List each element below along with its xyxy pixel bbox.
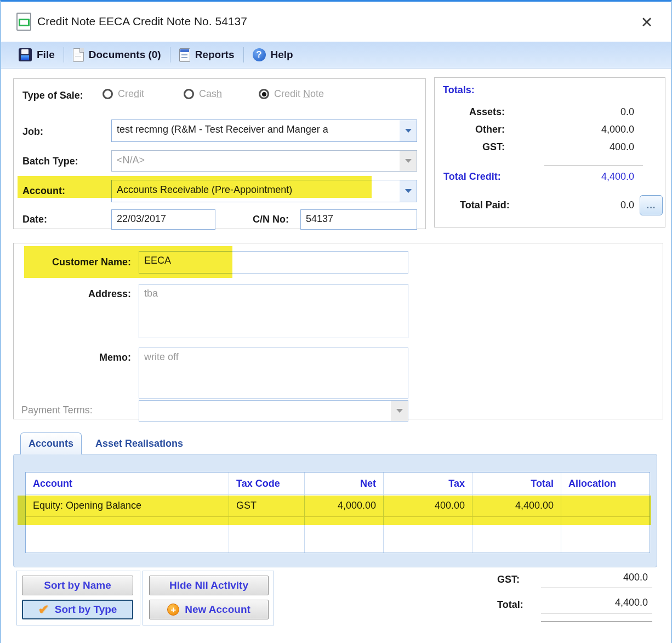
table-row[interactable]: Equity: Opening Balance GST 4,000.00 400…	[26, 495, 650, 517]
gst-total-label: GST:	[482, 141, 505, 153]
job-combobox[interactable]: test recmng (R&M - Test Receiver and Man…	[111, 120, 417, 142]
column-header-total[interactable]: Total	[472, 473, 561, 494]
batch-type-value: <N/A>	[112, 151, 400, 171]
help-menu[interactable]: ? Help	[246, 48, 300, 61]
type-of-sale-label: Type of Sale:	[22, 90, 83, 101]
customer-name-label: Customer Name:	[52, 257, 131, 268]
date-label: Date:	[22, 214, 47, 225]
payment-terms-value	[139, 401, 391, 421]
other-label: Other:	[475, 124, 505, 135]
cell-net: 4,000.00	[305, 495, 384, 516]
cell-tax-code: GST	[229, 495, 305, 516]
cell-allocation	[561, 495, 650, 516]
radio-circle-icon	[184, 89, 194, 99]
accounts-tab-panel: Account Tax Code Net Tax Total Allocatio…	[13, 454, 657, 567]
memo-field[interactable]: write off	[139, 348, 408, 399]
job-value: test recmng (R&M - Test Receiver and Man…	[112, 120, 400, 141]
account-label: Account:	[22, 185, 65, 197]
radio-credit[interactable]: Credit	[102, 88, 144, 100]
footer-total-label: Total:	[497, 599, 523, 611]
footer-total-value: 4,400.0	[541, 597, 652, 613]
total-paid-value: 0.0	[620, 200, 634, 211]
reports-menu-label: Reports	[195, 49, 235, 61]
tab-asset-realisations[interactable]: Asset Realisations	[82, 433, 197, 454]
customer-panel: Customer Name: EECA Address: tba Memo: w…	[13, 243, 663, 419]
column-header-account[interactable]: Account	[26, 473, 229, 494]
column-header-allocation[interactable]: Allocation	[561, 473, 650, 494]
radio-circle-icon	[102, 89, 113, 99]
table-empty-area	[26, 517, 650, 553]
reports-menu[interactable]: Reports	[173, 48, 241, 62]
cn-no-label: C/N No:	[253, 214, 289, 225]
window-title: Credit Note EECA Credit Note No. 54137	[37, 15, 247, 28]
column-header-tax-code[interactable]: Tax Code	[229, 473, 305, 494]
document-icon	[73, 48, 84, 62]
check-icon: ✔	[38, 603, 49, 616]
date-field[interactable]: 22/03/2017	[111, 209, 215, 230]
tab-accounts[interactable]: Accounts	[20, 433, 82, 454]
toolbar: File Documents (0) Reports ? Help	[1, 42, 671, 69]
cell-total: 4,400.00	[472, 495, 561, 516]
job-label: Job:	[22, 126, 43, 138]
close-icon[interactable]: ✕	[636, 12, 658, 33]
accounts-table: Account Tax Code Net Tax Total Allocatio…	[25, 472, 650, 553]
assets-label: Assets:	[469, 106, 505, 118]
radio-credit-note[interactable]: Credit Note	[259, 88, 324, 100]
help-menu-label: Help	[271, 49, 293, 61]
assets-value: 0.0	[620, 106, 634, 118]
totals-title: Totals:	[443, 84, 475, 96]
credit-note-window: Credit Note EECA Credit Note No. 54137 ✕…	[0, 0, 672, 643]
batch-type-label: Batch Type:	[22, 156, 78, 167]
sort-by-type-button[interactable]: ✔ Sort by Type	[22, 600, 133, 619]
plus-icon: +	[167, 604, 179, 616]
payment-terms-label: Payment Terms:	[21, 405, 93, 416]
totals-divider	[544, 166, 643, 166]
new-account-button[interactable]: + New Account	[149, 600, 269, 619]
memo-label: Memo:	[99, 352, 131, 363]
total-paid-more-button[interactable]: ...	[640, 195, 663, 215]
cell-account: Equity: Opening Balance	[26, 495, 229, 516]
toolbar-separator	[170, 47, 170, 62]
column-header-net[interactable]: Net	[305, 473, 384, 494]
total-credit-value: 4,400.0	[601, 171, 634, 183]
radio-circle-selected-icon	[259, 89, 269, 99]
footer-gst-label: GST:	[497, 574, 520, 585]
chevron-down-icon[interactable]	[400, 120, 417, 141]
documents-menu[interactable]: Documents (0)	[66, 48, 168, 62]
chevron-down-icon	[400, 151, 417, 171]
customer-name-field[interactable]: EECA	[139, 251, 408, 274]
report-icon	[179, 48, 190, 62]
credit-note-document-icon	[16, 13, 31, 31]
chevron-down-icon[interactable]	[400, 180, 417, 202]
footer-total-double-underline	[541, 621, 652, 622]
total-credit-label: Total Credit:	[443, 171, 501, 183]
file-menu-label: File	[37, 49, 55, 61]
address-field[interactable]: tba	[139, 284, 408, 338]
cn-no-field[interactable]: 54137	[300, 209, 417, 230]
radio-cash[interactable]: Cash	[184, 88, 222, 100]
documents-menu-label: Documents (0)	[89, 49, 161, 61]
cell-tax: 400.00	[384, 495, 472, 516]
address-label: Address:	[88, 288, 131, 300]
footer-gst-value: 400.0	[541, 572, 652, 588]
other-value: 4,000.0	[601, 124, 634, 135]
gst-total-value: 400.0	[610, 141, 634, 153]
column-header-tax[interactable]: Tax	[384, 473, 472, 494]
table-header-row: Account Tax Code Net Tax Total Allocatio…	[26, 473, 650, 495]
hide-nil-activity-button[interactable]: Hide Nil Activity	[149, 576, 269, 595]
toolbar-separator	[243, 47, 244, 62]
account-value: Accounts Receivable (Pre-Appointment)	[112, 180, 400, 202]
total-paid-label: Total Paid:	[460, 200, 510, 211]
sale-details-panel: Type of Sale: Credit Cash Credit Note Jo…	[13, 78, 426, 229]
toolbar-separator	[64, 47, 64, 62]
help-icon: ?	[253, 48, 266, 61]
title-bar: Credit Note EECA Credit Note No. 54137 ✕	[1, 2, 671, 42]
chevron-down-icon	[391, 401, 408, 421]
payment-terms-combobox	[139, 400, 408, 422]
floppy-disk-icon	[19, 48, 32, 61]
sort-by-name-button[interactable]: Sort by Name	[22, 576, 133, 595]
totals-panel: Totals: Assets: 0.0 Other: 4,000.0 GST: …	[434, 77, 665, 227]
account-combobox[interactable]: Accounts Receivable (Pre-Appointment)	[111, 180, 417, 202]
batch-type-combobox: <N/A>	[111, 150, 417, 172]
file-menu[interactable]: File	[12, 48, 61, 61]
